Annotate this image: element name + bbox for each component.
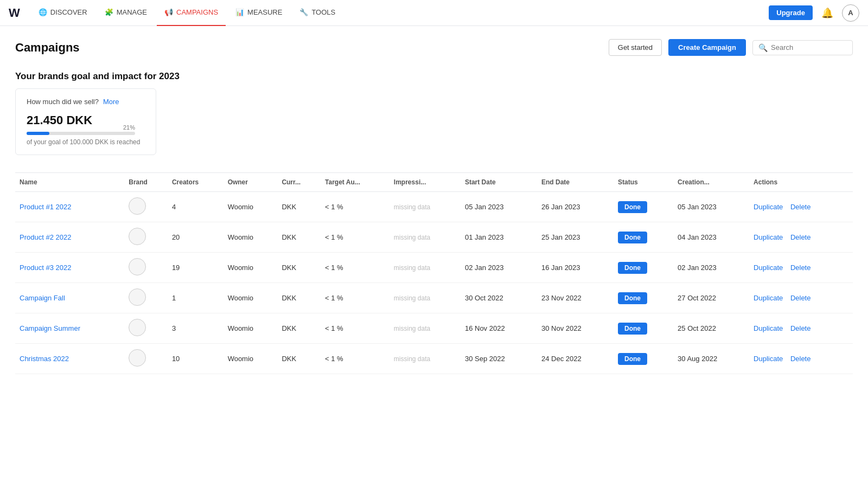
col-currency: Curr... xyxy=(277,173,321,192)
cell-creators: 20 xyxy=(168,222,224,253)
duplicate-link[interactable]: Duplicate xyxy=(754,264,783,272)
col-creation: Creation... xyxy=(673,173,749,192)
create-campaign-button[interactable]: Create Campaign xyxy=(668,39,746,56)
cell-status: Done xyxy=(614,222,673,253)
table-row: Campaign Summer 3 Woomio DKK < 1 % missi… xyxy=(15,313,853,344)
cell-impressions: missing data xyxy=(390,192,461,222)
search-icon: 🔍 xyxy=(758,43,768,52)
goal-section: Your brands goal and impact for 2023 How… xyxy=(15,71,853,155)
cell-name[interactable]: Christmas 2022 xyxy=(15,344,124,374)
cell-creation-date: 27 Oct 2022 xyxy=(673,283,749,313)
campaigns-table: Name Brand Creators Owner Curr... Target… xyxy=(15,172,853,374)
nav-item-tools[interactable]: 🔧 TOOLS xyxy=(292,0,343,26)
cell-status: Done xyxy=(614,313,673,344)
cell-end-date: 16 Jan 2023 xyxy=(537,253,614,283)
measure-icon: 📊 xyxy=(235,8,244,16)
cell-name[interactable]: Product #3 2022 xyxy=(15,253,124,283)
table-row: Product #1 2022 4 Woomio DKK < 1 % missi… xyxy=(15,192,853,222)
col-owner: Owner xyxy=(224,173,278,192)
col-start-date: Start Date xyxy=(461,173,537,192)
table-row: Campaign Fall 1 Woomio DKK < 1 % missing… xyxy=(15,283,853,313)
delete-link[interactable]: Delete xyxy=(790,324,811,332)
cell-currency: DKK xyxy=(277,253,321,283)
duplicate-link[interactable]: Duplicate xyxy=(754,355,783,363)
cell-start-date: 30 Sep 2022 xyxy=(461,344,537,374)
cell-brand xyxy=(124,313,168,344)
cell-owner: Woomio xyxy=(224,192,278,222)
cell-impressions: missing data xyxy=(390,283,461,313)
cell-currency: DKK xyxy=(277,313,321,344)
cell-start-date: 02 Jan 2023 xyxy=(461,253,537,283)
duplicate-link[interactable]: Duplicate xyxy=(754,203,783,211)
table-row: Product #3 2022 19 Woomio DKK < 1 % miss… xyxy=(15,253,853,283)
nav-item-discover-label: DISCOVER xyxy=(50,8,87,16)
duplicate-link[interactable]: Duplicate xyxy=(754,233,783,241)
cell-currency: DKK xyxy=(277,192,321,222)
nav-item-measure[interactable]: 📊 MEASURE xyxy=(228,0,290,26)
nav-item-tools-label: TOOLS xyxy=(311,8,335,16)
cell-actions: Duplicate Delete xyxy=(749,313,853,344)
col-impressions: Impressi... xyxy=(390,173,461,192)
cell-owner: Woomio xyxy=(224,253,278,283)
cell-actions: Duplicate Delete xyxy=(749,253,853,283)
cell-impressions: missing data xyxy=(390,253,461,283)
progress-bar: 21% xyxy=(27,132,135,135)
page-content: Campaigns Get started Create Campaign 🔍 … xyxy=(0,26,868,387)
cell-currency: DKK xyxy=(277,344,321,374)
table-header-row: Name Brand Creators Owner Curr... Target… xyxy=(15,173,853,192)
col-name: Name xyxy=(15,173,124,192)
cell-name[interactable]: Campaign Fall xyxy=(15,283,124,313)
page-header: Campaigns Get started Create Campaign 🔍 xyxy=(15,39,853,56)
cell-start-date: 01 Jan 2023 xyxy=(461,222,537,253)
cell-start-date: 16 Nov 2022 xyxy=(461,313,537,344)
cell-creators: 4 xyxy=(168,192,224,222)
logo[interactable]: W xyxy=(9,6,20,20)
cell-name[interactable]: Campaign Summer xyxy=(15,313,124,344)
nav-item-campaigns[interactable]: 📢 CAMPAIGNS xyxy=(157,0,226,26)
cell-actions: Duplicate Delete xyxy=(749,344,853,374)
table-row: Christmas 2022 10 Woomio DKK < 1 % missi… xyxy=(15,344,853,374)
duplicate-link[interactable]: Duplicate xyxy=(754,324,783,332)
get-started-button[interactable]: Get started xyxy=(609,39,662,56)
nav-item-measure-label: MEASURE xyxy=(247,8,282,16)
cell-currency: DKK xyxy=(277,283,321,313)
page-title: Campaigns xyxy=(15,41,602,55)
nav-item-discover[interactable]: 🌐 DISCOVER xyxy=(31,0,95,26)
cell-status: Done xyxy=(614,253,673,283)
cell-brand xyxy=(124,222,168,253)
goal-question: How much did we sell? xyxy=(27,98,99,106)
cell-actions: Duplicate Delete xyxy=(749,192,853,222)
delete-link[interactable]: Delete xyxy=(790,264,811,272)
nav-item-manage[interactable]: 🧩 MANAGE xyxy=(97,0,155,26)
tools-icon: 🔧 xyxy=(299,8,308,16)
cell-status: Done xyxy=(614,283,673,313)
cell-target-audience: < 1 % xyxy=(321,192,390,222)
cell-target-audience: < 1 % xyxy=(321,283,390,313)
cell-name[interactable]: Product #2 2022 xyxy=(15,222,124,253)
cell-end-date: 25 Jan 2023 xyxy=(537,222,614,253)
goal-card-header: How much did we sell? More xyxy=(27,98,145,106)
cell-brand xyxy=(124,344,168,374)
delete-link[interactable]: Delete xyxy=(790,294,811,302)
search-box: 🔍 xyxy=(752,40,853,55)
cell-status: Done xyxy=(614,192,673,222)
cell-brand xyxy=(124,253,168,283)
col-end-date: End Date xyxy=(537,173,614,192)
upgrade-button[interactable]: Upgrade xyxy=(769,5,813,20)
notification-bell-icon[interactable]: 🔔 xyxy=(821,7,833,19)
cell-name[interactable]: Product #1 2022 xyxy=(15,192,124,222)
cell-status: Done xyxy=(614,344,673,374)
search-input[interactable] xyxy=(771,43,847,52)
nav-item-campaigns-label: CAMPAIGNS xyxy=(176,8,218,16)
delete-link[interactable]: Delete xyxy=(790,203,811,211)
cell-actions: Duplicate Delete xyxy=(749,222,853,253)
delete-link[interactable]: Delete xyxy=(790,233,811,241)
avatar[interactable]: A xyxy=(842,4,859,22)
delete-link[interactable]: Delete xyxy=(790,355,811,363)
cell-target-audience: < 1 % xyxy=(321,344,390,374)
cell-creation-date: 05 Jan 2023 xyxy=(673,192,749,222)
duplicate-link[interactable]: Duplicate xyxy=(754,294,783,302)
goal-more-link[interactable]: More xyxy=(103,98,119,106)
col-creators: Creators xyxy=(168,173,224,192)
cell-creators: 10 xyxy=(168,344,224,374)
